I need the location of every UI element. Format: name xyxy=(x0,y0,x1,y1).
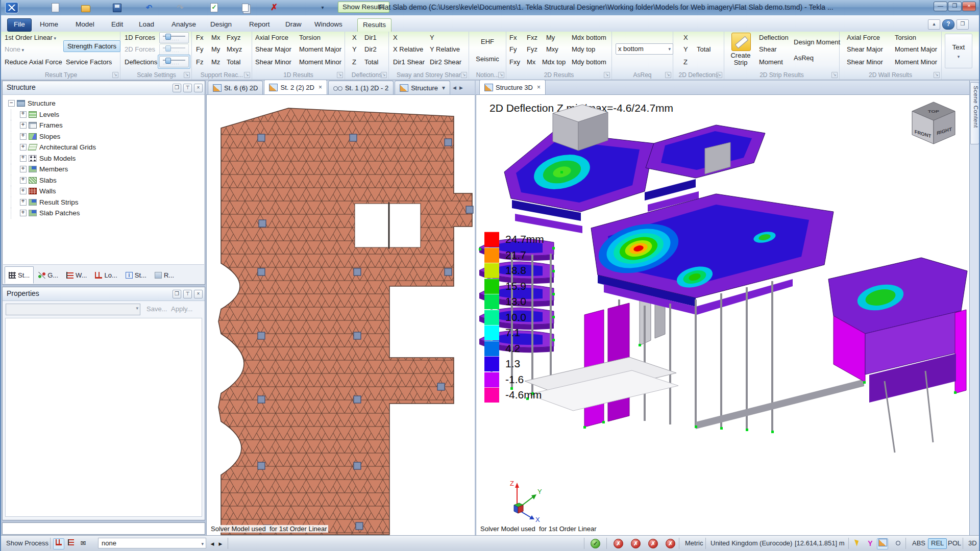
new-document-icon[interactable] xyxy=(50,3,60,13)
selector-next-icon[interactable]: ▶ xyxy=(216,538,225,549)
expand-icon[interactable] xyxy=(20,155,27,162)
dialog-launcher-icon[interactable]: ↘ xyxy=(381,72,387,78)
tab-analyse[interactable]: Analyse xyxy=(169,18,198,31)
sway-y[interactable]: Y xyxy=(430,34,434,41)
dock-tab-groups[interactable]: G... xyxy=(35,266,62,284)
strip-moment[interactable]: Moment xyxy=(759,58,783,66)
support-my[interactable]: My xyxy=(211,45,220,53)
select-fill-icon[interactable] xyxy=(851,538,863,549)
dialog-launcher-icon[interactable]: ↘ xyxy=(665,72,671,78)
tab-report[interactable]: Report xyxy=(247,18,272,31)
support-mxyz[interactable]: Mxyz xyxy=(227,45,242,53)
support-total[interactable]: Total xyxy=(227,58,240,66)
2d-my[interactable]: My xyxy=(546,34,555,41)
view-tab-structure-3d[interactable]: Structure 3D× xyxy=(479,80,546,94)
strip-shear[interactable]: Shear xyxy=(759,45,777,53)
valid-status-icon[interactable]: ✓ xyxy=(591,539,600,548)
pin-panel-icon[interactable]: ⊤ xyxy=(183,290,192,298)
maximize-panel-icon[interactable]: ❐ xyxy=(173,290,181,298)
view-2d-pane[interactable]: Solver Model used for 1st Order Linear xyxy=(206,95,475,536)
wall-torsion[interactable]: Torsion xyxy=(895,34,916,41)
2d-fxy[interactable]: Fxy xyxy=(509,58,520,66)
support-mx[interactable]: Mx xyxy=(211,34,220,41)
close-panel-icon[interactable]: × xyxy=(194,290,203,298)
tab-scroll-right-icon[interactable]: ▶ xyxy=(458,85,464,90)
wall-shear-minor[interactable]: Shear Minor xyxy=(847,58,883,66)
2d-deflection-z[interactable]: Z xyxy=(683,58,688,66)
tab-load[interactable]: Load xyxy=(137,18,156,31)
1d-moment-major[interactable]: Moment Major xyxy=(299,45,341,53)
tree-item-structure-root[interactable]: Structure xyxy=(8,98,204,109)
close-tab-icon[interactable]: × xyxy=(318,84,322,91)
1d-shear-major[interactable]: Shear Major xyxy=(255,45,291,53)
dialog-launcher-icon[interactable]: ↘ xyxy=(184,72,190,78)
dock-tab-loading[interactable]: Lo... xyxy=(91,266,120,284)
notional-ehf[interactable]: EHF xyxy=(469,38,506,45)
tree-item-sub-models[interactable]: Sub Models xyxy=(8,153,204,164)
tree-item-members[interactable]: Members xyxy=(8,164,204,175)
deflection-x[interactable]: X xyxy=(352,34,357,41)
toggle-3d[interactable]: 3D xyxy=(966,538,979,548)
2d-mdx-bottom[interactable]: Mdx bottom xyxy=(572,34,606,41)
validate-icon[interactable]: ✓ xyxy=(208,3,218,13)
scale-1d-forces-label[interactable]: 1D Forces xyxy=(125,34,155,41)
sway-x[interactable]: X xyxy=(393,34,398,41)
open-folder-icon[interactable] xyxy=(81,3,91,13)
analysis-type-dropdown[interactable]: 1st Order Linear xyxy=(5,34,56,41)
2d-mx[interactable]: Mx xyxy=(527,58,535,66)
dock-tab-review[interactable]: R... xyxy=(151,266,178,284)
dialog-launcher-icon[interactable]: ↘ xyxy=(244,72,250,78)
dialog-launcher-icon[interactable]: ↘ xyxy=(112,72,118,78)
scale-2d-forces-label[interactable]: 2D Forces xyxy=(125,45,155,53)
service-factors-button[interactable]: Service Factors xyxy=(66,58,112,66)
tree-item-slabs[interactable]: Slabs xyxy=(8,175,204,186)
tree-item-slopes[interactable]: Slopes xyxy=(8,131,204,142)
2d-mdy-top[interactable]: Mdy top xyxy=(572,45,595,53)
strength-factors-button[interactable]: Strength Factors xyxy=(63,40,120,52)
sway-x-relative[interactable]: X Relative xyxy=(393,45,423,53)
dialog-launcher-icon[interactable]: ↘ xyxy=(337,72,343,78)
1d-moment-minor[interactable]: Moment Minor xyxy=(299,58,341,66)
quick-access-more-icon[interactable]: ▾ xyxy=(317,3,328,13)
scene-content-tab[interactable]: Scene Content xyxy=(970,82,979,144)
window-layout-icon[interactable]: ❒ xyxy=(957,19,969,30)
expand-icon[interactable] xyxy=(20,177,27,184)
view-tab-st6[interactable]: St. 6 (6) 2D xyxy=(208,81,263,94)
support-mz[interactable]: Mz xyxy=(211,58,220,66)
2d-fy[interactable]: Fy xyxy=(509,45,517,53)
2d-mdx-top[interactable]: Mdx top xyxy=(542,58,566,66)
deflection-z[interactable]: Z xyxy=(352,58,356,66)
strip-deflection[interactable]: Deflection xyxy=(759,34,789,41)
tab-model[interactable]: Model xyxy=(74,18,96,31)
maximize-button[interactable]: ❐ xyxy=(948,2,962,11)
expand-icon[interactable] xyxy=(20,122,27,129)
wall-moment-minor[interactable]: Moment Minor xyxy=(895,58,937,66)
deflection-y[interactable]: Y xyxy=(352,45,357,53)
expand-icon[interactable] xyxy=(20,210,27,216)
tree-item-result-strips[interactable]: Result Strips xyxy=(8,197,204,208)
view-tab-st1[interactable]: St. 1 (1) 2D - 2 xyxy=(328,81,394,94)
error-status-icon[interactable]: ✗ xyxy=(666,539,675,548)
tree-item-frames[interactable]: Frames xyxy=(8,120,204,131)
tree-item-levels[interactable]: Levels xyxy=(8,109,204,120)
tab-windows[interactable]: Windows xyxy=(312,18,345,31)
expand-icon[interactable] xyxy=(20,166,27,172)
apply-properties-button[interactable]: Apply... xyxy=(171,305,192,313)
view-3d-pane[interactable]: 2D Deflection Z min/max=-4.6/24.7mm xyxy=(476,95,969,536)
toggle-abs[interactable]: ABS xyxy=(910,538,928,548)
minimize-button[interactable]: — xyxy=(934,2,947,11)
tree-item-architectural-grids[interactable]: Architectural Grids xyxy=(8,142,204,153)
deflection-total[interactable]: Total xyxy=(364,58,378,66)
view-cube[interactable]: TOP FRONT RIGHT xyxy=(909,100,958,149)
process-flag-icon[interactable] xyxy=(65,538,77,549)
sway-y-relative[interactable]: Y Relative xyxy=(430,45,460,53)
tree-item-walls[interactable]: Walls xyxy=(8,186,204,197)
process-view-icon[interactable] xyxy=(53,538,64,549)
support-fxyz[interactable]: Fxyz xyxy=(227,34,240,41)
2d-fyz[interactable]: Fyz xyxy=(527,45,537,53)
redo-icon[interactable]: ↷ xyxy=(175,3,185,13)
node-display-icon[interactable]: Y xyxy=(865,538,876,549)
strip-asreq[interactable]: AsReq xyxy=(794,54,814,62)
undo-icon[interactable]: ↶ xyxy=(144,3,154,13)
selector-prev-icon[interactable]: ◀ xyxy=(208,538,216,549)
